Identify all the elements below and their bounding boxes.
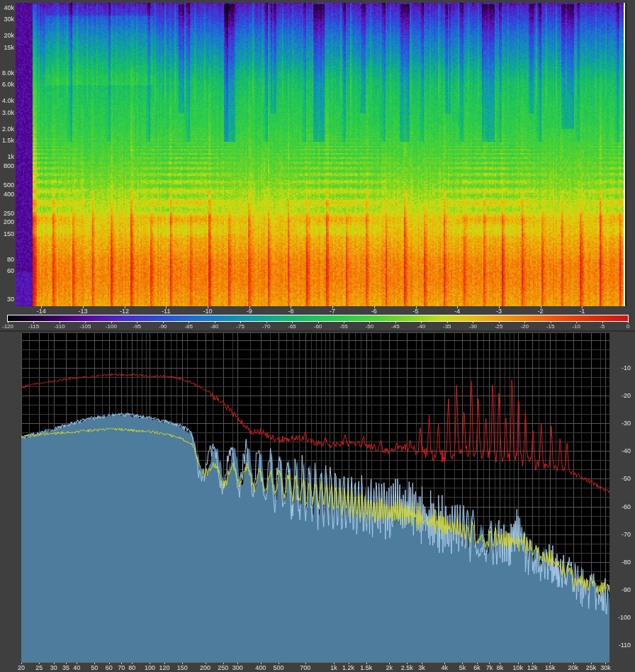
audio-analyzer-window: 40k30k20k15k8.0k6.0k4.0k3.0k2.0k1.5k1k80… (0, 0, 635, 672)
spectrum-freq-tick-label: 1.5k (360, 665, 372, 671)
colorbar-tick (111, 322, 112, 323)
spectrogram-time-tick-label: -1 (579, 308, 585, 315)
spectrum-freq-tick (206, 663, 206, 664)
spectrogram-time-tick (416, 306, 417, 308)
spectrum-freq-tick (349, 663, 349, 664)
spectrum-db-tick-label: -20 (610, 393, 631, 399)
spectrum-freq-tick-label: 300 (232, 665, 243, 671)
spectrum-db-tick-label: -10 (610, 365, 631, 371)
colorbar-tick (602, 322, 603, 323)
spectrum-freq-tick (389, 663, 390, 664)
colorbar-tick-label: -5 (600, 324, 605, 330)
colorbar-gradient (7, 315, 629, 322)
spectrogram-freq-tick-label: 200 (0, 219, 14, 225)
spectrum-db-tick-label: -40 (610, 448, 631, 454)
spectrogram-time-tick (83, 306, 84, 308)
spectrum-freq-tick-label: 7k (486, 665, 493, 671)
colorbar-tick-label: -100 (106, 324, 117, 330)
spectrum-freq-tick (605, 663, 606, 664)
spectrum-freq-tick-label: 2.5k (401, 665, 413, 671)
spectrum-freq-tick (21, 663, 22, 664)
colorbar-tick (447, 322, 448, 323)
spectrogram-time-tick-label: -11 (162, 308, 170, 315)
colorbar-tick-label: -70 (262, 324, 271, 330)
spectrogram-time-tick-label: -12 (120, 308, 129, 315)
spectrum-plot[interactable] (21, 333, 609, 663)
colorbar-tick-label: -65 (288, 324, 296, 330)
spectrum-freq-tick (407, 663, 408, 664)
spectrogram-freq-tick-label: 4.0k (0, 98, 14, 104)
spectrum-freq-tick (462, 663, 463, 664)
spectrogram-freq-tick-label: 40k (0, 5, 14, 11)
colorbar-tick-label: -35 (443, 324, 451, 330)
colorbar-tick-label: -110 (54, 324, 64, 330)
spectrum-freq-tick-label: 80 (128, 665, 135, 671)
colorbar-tick (85, 322, 86, 323)
spectrum-freq-tick (518, 663, 519, 664)
spectrum-freq-tick (150, 663, 150, 664)
spectrum-freq-tick (366, 663, 367, 664)
spectrum-freq-tick-label: 8k (497, 665, 504, 671)
spectrum-db-tick-label: -30 (610, 420, 631, 427)
spectrum-freq-tick (573, 663, 574, 664)
spectrum-db-tick-label: -60 (610, 504, 631, 510)
colorbar-tick (189, 322, 189, 323)
spectrum-freq-tick (66, 663, 67, 664)
spectrum-freq-tick-label: 500 (273, 665, 283, 671)
colorbar-tick-label: -15 (546, 324, 555, 330)
spectrogram-freq-tick-label: 60 (0, 268, 14, 274)
colorbar-tick-label: -105 (79, 324, 91, 330)
spectrum-freq-tick-label: 120 (159, 665, 169, 671)
spectrum-freq-tick (477, 663, 478, 664)
spectrogram-time-tick-label: -6 (371, 308, 377, 315)
spectrum-freq-tick (132, 663, 133, 664)
spectrogram-freq-tick-label: 8.0k (0, 70, 14, 77)
spectrogram-time-tick (457, 306, 458, 308)
spectrogram-freq-tick-label: 30k (0, 16, 14, 23)
spectrum-freq-tick-label: 25 (35, 665, 43, 671)
colorbar-tick (292, 322, 293, 323)
spectrogram-time-tick (125, 306, 125, 308)
spectrum-freq-tick (489, 663, 490, 664)
colorbar-tick-label: -50 (366, 324, 374, 330)
spectrogram-freq-tick-label: 400 (0, 191, 14, 198)
spectrum-freq-tick (39, 663, 40, 664)
colorbar-tick (266, 322, 267, 323)
spectrogram-time-tick (499, 306, 500, 308)
colorbar-tick-label: -115 (28, 324, 39, 330)
spectrum-freq-tick-label: 40 (73, 665, 80, 671)
colorbar-tick-label: -75 (236, 324, 245, 330)
spectrum-freq-tick-label: 700 (300, 665, 310, 671)
colorbar-tick-label: -25 (495, 324, 503, 330)
colorbar-tick (163, 322, 164, 323)
spectrum-freq-tick-label: 400 (255, 665, 266, 671)
spectrogram-time-tick (541, 306, 541, 308)
spectrum-freq-tick-label: 50 (91, 665, 98, 671)
spectrum-freq-tick (334, 663, 335, 664)
spectrum-freq-tick-label: 4k (442, 665, 449, 671)
colorbar-tick-label: -120 (2, 324, 13, 330)
spectrum-db-tick-label: -70 (610, 532, 631, 538)
spectrum-freq-tick-label: 150 (177, 665, 188, 671)
spectrum-freq-tick (500, 663, 500, 664)
spectrogram-freq-tick-label: 150 (0, 231, 14, 237)
spectrogram-time-tick-label: -8 (288, 308, 293, 315)
spectrum-freq-tick-label: 60 (106, 665, 113, 671)
spectrogram-time-tick (374, 306, 375, 308)
spectrogram-freq-tick-label: 15k (0, 45, 14, 51)
spectrogram-time-tick-label: -9 (247, 308, 252, 315)
spectrum-freq-tick (237, 663, 238, 664)
spectrogram-freq-tick-label: 1.5k (0, 138, 14, 144)
spectrum-freq-tick (121, 663, 122, 664)
spectrum-freq-tick (223, 663, 224, 664)
spectrogram-time-tick-label: -2 (538, 308, 544, 315)
spectrum-freq-tick-label: 20 (18, 665, 25, 671)
spectrum-freq-tick (305, 663, 306, 664)
spectrogram-heatmap[interactable] (16, 3, 626, 306)
colorbar-tick-label: -95 (133, 324, 142, 330)
spectrum-freq-tick-label: 15k (545, 665, 556, 671)
colorbar-tick (318, 322, 319, 323)
spectrogram-freq-tick-label: 500 (0, 182, 14, 189)
colorbar-tick-label: -80 (210, 324, 219, 330)
colorbar-tick (240, 322, 241, 323)
